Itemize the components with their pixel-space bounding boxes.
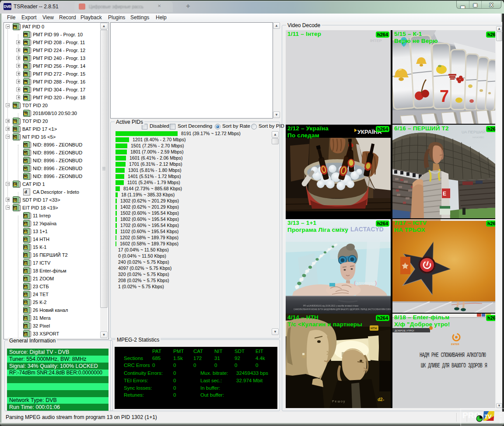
svg-text:7: 7 [440, 87, 449, 105]
svg-text:ДОБРОЕ УТРО!: ДОБРОЕ УТРО! [395, 329, 414, 332]
svg-text:UA ПЕРШИЙ: UA ПЕРШИЙ [462, 129, 485, 134]
svg-text:d2-: d2- [378, 397, 384, 402]
svg-text:(захищає): (захищає) [354, 279, 377, 286]
svg-text:САМОЛІКУВАННЯ МОЖЕ БУТИ ШКІДЛИ: САМОЛІКУВАННЯ МОЖЕ БУТИ ШКІДЛИВИМ ДЛЯ ВА… [294, 307, 391, 311]
svg-text:ШК ДЛИВЕ ДЛЯ ВАШОГО ЗДОРОВ Я: ШК ДЛИВЕ ДЛЯ ВАШОГО ЗДОРОВ Я [421, 362, 487, 370]
svg-text:E: E [443, 191, 446, 197]
svg-text:РП №UA/8353/01/01 від 19.06.20: РП №UA/8353/01/01 від 19.06.2013 у засоб… [303, 305, 358, 307]
svg-text:Р е ш о у: Р е ш о у [332, 400, 345, 403]
svg-text:ENTER: ENTER [451, 343, 459, 346]
svg-text:LACTACYD: LACTACYD [350, 226, 384, 233]
svg-text:НАДМ РНЕ СПОЖИВАННЯ АЛКОГОЛЮ: НАДМ РНЕ СПОЖИВАННЯ АЛКОГОЛЮ [420, 351, 486, 359]
svg-text:НАЖИВО: НАЖИВО [472, 136, 484, 139]
svg-text:TV: TV [484, 413, 492, 420]
svg-text:IHTEP: IHTEP [370, 38, 382, 43]
svg-text:НТН: НТН [371, 327, 377, 330]
